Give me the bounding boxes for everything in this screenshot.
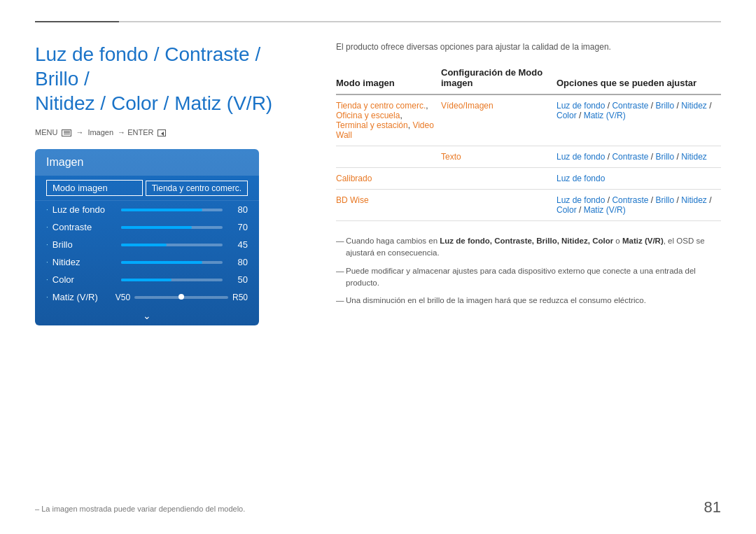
right-column: El producto ofrece diversas opciones par…: [336, 42, 721, 325]
note-bold-1: Luz de fondo, Contraste, Brillo, Nitidez…: [440, 237, 613, 245]
menu-path-text: MENU: [35, 128, 57, 136]
opt-contraste-4: Contraste: [612, 195, 648, 205]
opt-color-4: Color: [556, 205, 577, 215]
osd-item-brillo: · Brillo 45: [35, 236, 259, 253]
osd-value-color: 50: [228, 274, 248, 285]
opt-luzfondo-3: Luz de fondo: [556, 174, 605, 183]
link-tienda: Tienda y centro comerc.: [336, 101, 426, 111]
osd-header: Imagen: [35, 149, 259, 176]
right-intro: El producto ofrece diversas opciones par…: [336, 42, 721, 52]
menu-imagen: Imagen: [88, 128, 113, 136]
cell-config-3: [441, 168, 556, 190]
opt-contraste-1: Contraste: [612, 101, 648, 111]
note-bold-2: Matiz (V/R): [622, 237, 664, 245]
osd-mode-row: Modo imagen Tienda y centro comerc.: [35, 176, 259, 201]
opt-brillo-4: Brillo: [655, 195, 674, 205]
bar-fill-color: [121, 279, 172, 281]
info-table: Modo imagen Configuración de Modo imagen…: [336, 63, 721, 221]
dot-luz: ·: [46, 206, 48, 213]
bar-fill-luz: [121, 209, 202, 211]
dot-brillo: ·: [46, 241, 48, 248]
bar-contraste: [121, 226, 223, 229]
note-3: Una disminución en el brillo de la image…: [336, 295, 721, 307]
link-texto: Texto: [441, 152, 461, 162]
dot-contraste: ·: [46, 223, 48, 231]
note-2: Puede modificar y almacenar ajustes para…: [336, 265, 721, 290]
table-row: Texto Luz de fondo / Contraste / Brillo …: [336, 146, 721, 168]
col-header-config: Configuración de Modo imagen: [441, 63, 556, 94]
osd-value-luz: 80: [228, 204, 248, 215]
osd-label-contraste: Contraste: [52, 222, 115, 232]
matiz-indicator: [178, 294, 184, 300]
cell-options-1: Luz de fondo / Contraste / Brillo / Niti…: [556, 94, 721, 146]
link-video-imagen: Vídeo/Imagen: [441, 101, 493, 111]
osd-item-nitidez: · Nitidez 80: [35, 253, 259, 271]
opt-color-1: Color: [556, 111, 577, 120]
osd-label-luz: Luz de fondo: [52, 204, 115, 215]
opt-luzfondo-2: Luz de fondo: [556, 152, 605, 162]
osd-chevron: ⌄: [35, 306, 259, 325]
osd-label-nitidez: Nitidez: [52, 257, 115, 267]
osd-mode-label: Modo imagen: [46, 180, 143, 196]
opt-matiz-4: Matiz (V/R): [584, 205, 626, 215]
menu-arrow1: →: [76, 128, 83, 136]
osd-item-luz: · Luz de fondo 80: [35, 201, 259, 218]
notes-section: Cuando haga cambios en Luz de fondo, Con…: [336, 235, 721, 307]
cell-config-2: Texto: [441, 146, 556, 168]
left-column: Luz de fondo / Contraste / Brillo /Nitid…: [35, 42, 308, 325]
cell-options-2: Luz de fondo / Contraste / Brillo / Niti…: [556, 146, 721, 168]
bottom-caption: La imagen mostrada puede variar dependie…: [35, 505, 245, 513]
osd-value-nitidez: 80: [228, 257, 248, 267]
menu-path: MENU → Imagen → ENTER: [35, 128, 308, 136]
opt-matiz-1: Matiz (V/R): [584, 111, 626, 120]
dot-color: ·: [46, 276, 48, 283]
cell-config-4: [441, 190, 556, 221]
opt-brillo-1: Brillo: [655, 101, 674, 111]
osd-panel: Imagen Modo imagen Tienda y centro comer…: [35, 149, 259, 325]
bar-nitidez: [121, 261, 223, 264]
opt-nitidez-2: Nitidez: [681, 152, 707, 162]
bar-fill-nitidez: [121, 261, 202, 264]
bar-brillo: [121, 244, 223, 246]
cell-options-3: Luz de fondo: [556, 168, 721, 190]
cell-config-1: Vídeo/Imagen: [441, 94, 556, 146]
note-1: Cuando haga cambios en Luz de fondo, Con…: [336, 235, 721, 260]
opt-brillo-2: Brillo: [655, 152, 674, 162]
osd-label-color: Color: [52, 274, 115, 285]
page-number: 81: [704, 498, 721, 517]
link-bdwise: BD Wise: [336, 195, 369, 205]
cell-mode-3: Calibrado: [336, 168, 441, 190]
table-row: Tienda y centro comerc., Oficina y escue…: [336, 94, 721, 146]
link-oficina: Oficina y escuela: [336, 111, 400, 120]
osd-matiz-r: R50: [232, 293, 248, 302]
osd-item-contraste: · Contraste 70: [35, 218, 259, 236]
osd-item-matiz: · Matiz (V/R) V50 R50: [35, 288, 259, 306]
osd-value-contraste: 70: [228, 222, 248, 232]
opt-contraste-2: Contraste: [612, 152, 648, 162]
bar-color: [121, 279, 223, 281]
link-calibrado: Calibrado: [336, 174, 372, 183]
cell-mode-1: Tienda y centro comerc., Oficina y escue…: [336, 94, 441, 146]
table-row: Calibrado Luz de fondo: [336, 168, 721, 190]
osd-item-color: · Color 50: [35, 271, 259, 288]
dot-matiz: ·: [46, 293, 48, 301]
cell-mode-4: BD Wise: [336, 190, 441, 221]
bar-fill-brillo: [121, 244, 167, 246]
opt-nitidez-1: Nitidez: [681, 101, 707, 111]
page-container: Luz de fondo / Contraste / Brillo /Nitid…: [0, 0, 756, 534]
bar-fill-contraste: [121, 226, 192, 229]
osd-label-brillo: Brillo: [52, 239, 115, 250]
content-wrapper: Luz de fondo / Contraste / Brillo /Nitid…: [35, 42, 721, 325]
top-rule-full: [35, 21, 721, 22]
osd-mode-value: Tienda y centro comerc.: [146, 181, 248, 196]
top-rule-accent: [35, 21, 119, 22]
link-terminal: Terminal y estación: [336, 120, 408, 130]
cell-mode-2: [336, 146, 441, 168]
page-title: Luz de fondo / Contraste / Brillo /Nitid…: [35, 42, 308, 115]
opt-luzfondo-4: Luz de fondo: [556, 195, 605, 205]
osd-matiz-v: V50: [115, 293, 130, 302]
table-row: BD Wise Luz de fondo / Contraste / Brill…: [336, 190, 721, 221]
col-header-opciones: Opciones que se pueden ajustar: [556, 63, 721, 94]
osd-value-brillo: 45: [228, 239, 248, 250]
menu-arrow2: → ENTER: [118, 128, 153, 136]
